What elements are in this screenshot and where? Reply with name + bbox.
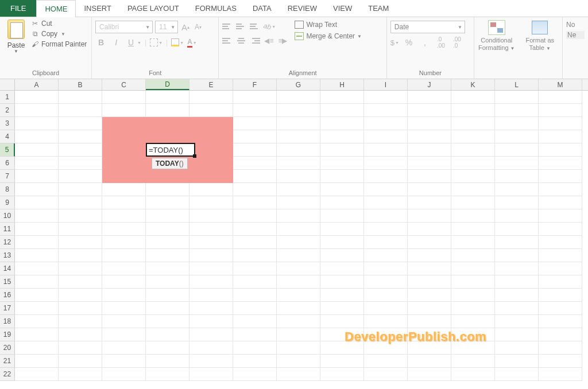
cell-F20[interactable] [233,341,277,355]
align-left-button[interactable] [222,36,233,46]
cell-K4[interactable] [451,130,495,143]
cell-M6[interactable] [539,157,582,170]
cell-J18[interactable] [408,315,451,328]
cell-E15[interactable] [189,275,233,289]
cell-J11[interactable] [408,223,451,236]
column-header-J[interactable]: J [408,79,451,90]
cell-B5[interactable] [59,143,102,157]
row-header-2[interactable]: 2 [0,104,15,117]
cell-I11[interactable] [364,223,408,236]
cell-E8[interactable] [189,183,233,196]
cell-C12[interactable] [102,236,146,249]
cell-K22[interactable] [451,368,495,381]
chevron-down-icon[interactable]: ▼ [61,32,65,37]
cell-F22[interactable] [233,368,277,381]
cell-C20[interactable] [102,341,146,355]
cell-A13[interactable] [15,249,59,262]
cell-K9[interactable] [451,196,495,209]
cell-L4[interactable] [495,130,539,143]
cell-B17[interactable] [59,302,102,315]
align-top-button[interactable] [222,21,233,32]
cell-F9[interactable] [233,196,277,209]
column-header-C[interactable]: C [102,79,146,90]
cell-E18[interactable] [189,315,233,328]
cell-A6[interactable] [15,157,59,170]
cell-B4[interactable] [59,130,102,143]
fill-color-button[interactable]: ▼ [171,38,184,46]
cell-B1[interactable] [59,91,102,104]
cell-I14[interactable] [364,262,408,275]
cells-line1[interactable]: No [566,21,585,29]
cell-M20[interactable] [539,341,582,355]
cell-I5[interactable] [364,143,408,157]
cell-F15[interactable] [233,275,277,289]
column-header-F[interactable]: F [233,79,277,90]
column-header-K[interactable]: K [451,79,495,90]
row-header-21[interactable]: 21 [0,355,15,368]
tab-formulas[interactable]: FORMULAS [187,0,245,17]
cell-G4[interactable] [277,130,320,143]
cell-K11[interactable] [451,223,495,236]
cell-H3[interactable] [320,117,364,130]
cell-E20[interactable] [189,341,233,355]
cell-I9[interactable] [364,196,408,209]
cell-K17[interactable] [451,302,495,315]
cell-B6[interactable] [59,157,102,170]
cell-F19[interactable] [233,328,277,341]
cell-H4[interactable] [320,130,364,143]
cell-H22[interactable] [320,368,364,381]
cell-J12[interactable] [408,236,451,249]
cell-B8[interactable] [59,183,102,196]
cell-F8[interactable] [233,183,277,196]
row-header-20[interactable]: 20 [0,341,15,355]
cell-I7[interactable] [364,170,408,183]
cell-L3[interactable] [495,117,539,130]
cell-I10[interactable] [364,209,408,223]
cell-J2[interactable] [408,104,451,117]
cell-E13[interactable] [189,249,233,262]
number-format-dropdown[interactable]: Date ▼ [390,21,465,33]
cell-G16[interactable] [277,289,320,302]
cell-E10[interactable] [189,209,233,223]
cell-D21[interactable] [146,355,189,368]
cell-A19[interactable] [15,328,59,341]
cell-D19[interactable] [146,328,189,341]
cell-M12[interactable] [539,236,582,249]
format-as-table-button[interactable]: Format as Table ▼ [521,20,559,52]
cell-K1[interactable] [451,91,495,104]
cell-L22[interactable] [495,368,539,381]
cell-B10[interactable] [59,209,102,223]
cell-K7[interactable] [451,170,495,183]
cell-L15[interactable] [495,275,539,289]
cell-B14[interactable] [59,262,102,275]
cell-M14[interactable] [539,262,582,275]
cell-C9[interactable] [102,196,146,209]
cell-F21[interactable] [233,355,277,368]
merge-center-button[interactable]: Merge & Center ▼ [295,32,362,40]
cells-line2[interactable]: Ne [566,31,585,39]
row-header-5[interactable]: 5 [0,143,15,157]
cell-J15[interactable] [408,275,451,289]
cell-E16[interactable] [189,289,233,302]
format-painter-button[interactable]: 🖌 Format Painter [31,40,87,48]
cell-G8[interactable] [277,183,320,196]
cell-K3[interactable] [451,117,495,130]
cell-I6[interactable] [364,157,408,170]
cell-H5[interactable] [320,143,364,157]
cell-C8[interactable] [102,183,146,196]
cell-K10[interactable] [451,209,495,223]
cell-A22[interactable] [15,368,59,381]
cell-G15[interactable] [277,275,320,289]
cell-H12[interactable] [320,236,364,249]
cell-F13[interactable] [233,249,277,262]
cell-J7[interactable] [408,170,451,183]
cell-B13[interactable] [59,249,102,262]
cell-C19[interactable] [102,328,146,341]
decrease-indent-button[interactable]: ◀≡ [264,36,274,46]
cell-E11[interactable] [189,223,233,236]
cell-F1[interactable] [233,91,277,104]
cell-G20[interactable] [277,341,320,355]
cell-J22[interactable] [408,368,451,381]
cell-M4[interactable] [539,130,582,143]
chevron-down-icon[interactable]: ▼ [357,34,362,39]
